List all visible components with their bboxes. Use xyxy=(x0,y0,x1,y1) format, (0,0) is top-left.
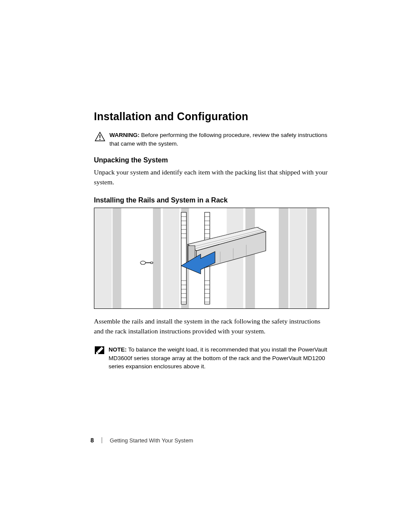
warning-triangle-icon xyxy=(95,132,105,141)
rack-installation-figure xyxy=(94,208,329,309)
svg-rect-4 xyxy=(153,208,161,308)
svg-rect-12 xyxy=(181,212,186,304)
svg-rect-3 xyxy=(112,208,121,308)
svg-point-38 xyxy=(140,261,146,264)
svg-rect-10 xyxy=(290,208,306,308)
note-block: NOTE: To balance the weight load, it is … xyxy=(94,345,329,371)
warning-block: WARNING: Before performing the following… xyxy=(94,131,329,148)
note-label: NOTE: xyxy=(109,346,127,353)
section-heading-unpacking: Unpacking the System xyxy=(94,156,329,164)
svg-point-1 xyxy=(100,139,101,140)
warning-label: WARNING: xyxy=(109,132,140,138)
footer-title: Getting Started With Your System xyxy=(110,437,193,444)
section-body-unpacking: Unpack your system and identify each ite… xyxy=(94,168,329,187)
warning-text: WARNING: Before performing the following… xyxy=(109,131,329,148)
warning-body: Before performing the following procedur… xyxy=(109,132,327,147)
page-footer: 8 Getting Started With Your System xyxy=(90,437,193,444)
svg-rect-8 xyxy=(246,208,255,308)
footer-separator xyxy=(102,437,102,443)
page-number: 8 xyxy=(90,437,94,444)
svg-rect-2 xyxy=(94,208,112,308)
svg-rect-11 xyxy=(307,208,317,308)
note-body: To balance the weight load, it is recomm… xyxy=(109,346,327,370)
svg-rect-5 xyxy=(163,208,179,308)
section-heading-installing: Installing the Rails and System in a Rac… xyxy=(94,196,329,204)
page-heading: Installation and Configuration xyxy=(94,110,318,123)
note-pencil-icon xyxy=(95,346,104,354)
svg-rect-9 xyxy=(279,208,288,308)
svg-point-40 xyxy=(150,262,153,264)
note-text: NOTE: To balance the weight load, it is … xyxy=(109,345,329,371)
section-body-installing: Assemble the rails and install the syste… xyxy=(94,317,329,336)
